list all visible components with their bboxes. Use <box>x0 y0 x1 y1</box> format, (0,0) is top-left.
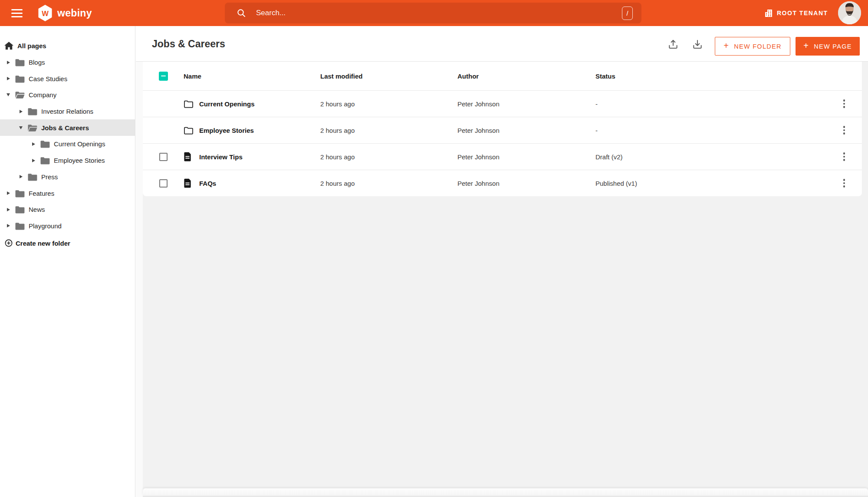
row-checkbox[interactable] <box>159 153 168 161</box>
search-icon <box>236 8 247 18</box>
sidebar-item-all-pages[interactable]: All pages <box>0 38 135 54</box>
chevron-down-icon[interactable] <box>5 93 11 96</box>
tenant-label: ROOT TENANT <box>777 10 828 16</box>
table-row[interactable]: Employee Stories 2 hours ago Peter Johns… <box>143 117 862 143</box>
chevron-right-icon[interactable] <box>18 175 24 178</box>
folder-icon <box>27 107 37 115</box>
sidebar-item-employee-stories[interactable]: Employee Stories <box>0 152 135 169</box>
chevron-right-icon[interactable] <box>5 77 11 80</box>
create-new-folder-label: Create new folder <box>16 240 70 247</box>
sidebar-item-company[interactable]: Company <box>0 87 135 103</box>
sidebar-item-features[interactable]: Features <box>0 185 135 201</box>
chevron-right-icon[interactable] <box>30 142 36 146</box>
sidebar-item-press[interactable]: Press <box>0 169 135 185</box>
row-last-modified: 2 hours ago <box>320 100 457 108</box>
column-header-author: Author <box>457 72 595 80</box>
row-checkbox[interactable] <box>159 179 168 188</box>
row-name[interactable]: Current Openings <box>199 100 320 108</box>
folder-icon <box>15 75 25 83</box>
user-avatar[interactable] <box>838 1 861 24</box>
main-content: Jobs & Careers + NEW FOLDER + NEW PAG <box>136 26 868 497</box>
circle-plus-icon <box>5 239 13 247</box>
chevron-right-icon[interactable] <box>5 224 11 227</box>
export-download-button[interactable] <box>692 39 703 50</box>
sidebar-item-news[interactable]: News <box>0 201 135 218</box>
sidebar-item-blogs[interactable]: Blogs <box>0 54 135 71</box>
row-actions-kebab-icon[interactable] <box>839 97 849 110</box>
new-folder-button[interactable]: + NEW FOLDER <box>715 37 790 56</box>
folder-icon <box>27 173 37 181</box>
row-status: Published (v1) <box>595 180 826 187</box>
sidebar-item-label: Jobs & Careers <box>41 124 89 132</box>
sidebar-item-label: Case Studies <box>29 75 67 82</box>
table-header-row: Name Last modified Author Status <box>143 62 862 90</box>
column-header-last-modified: Last modified <box>320 72 457 80</box>
folder-icon <box>15 58 25 66</box>
row-last-modified: 2 hours ago <box>320 180 457 187</box>
row-last-modified: 2 hours ago <box>320 153 457 161</box>
chevron-down-icon[interactable] <box>18 126 24 129</box>
row-author: Peter Johnson <box>457 153 595 161</box>
file-browser-area: Name Last modified Author Status Current… <box>143 62 868 496</box>
row-actions-kebab-icon[interactable] <box>839 150 849 163</box>
table-row[interactable]: Current Openings 2 hours ago Peter Johns… <box>143 90 862 117</box>
sidebar-item-jobs-careers[interactable]: Jobs & Careers <box>0 119 135 136</box>
browser-footer-bar <box>143 488 868 496</box>
table-row[interactable]: Interview Tips 2 hours ago Peter Johnson… <box>143 143 862 170</box>
row-name[interactable]: Employee Stories <box>199 127 320 134</box>
folder-icon <box>15 189 25 197</box>
create-new-folder-button[interactable]: Create new folder <box>0 235 135 251</box>
webiny-hexagon-icon: W <box>37 4 53 22</box>
row-name[interactable]: FAQs <box>199 180 320 187</box>
sidebar-item-label: Current Openings <box>54 140 105 148</box>
new-folder-button-label: NEW FOLDER <box>734 43 782 50</box>
sidebar-item-label: Employee Stories <box>54 157 105 164</box>
chevron-right-icon[interactable] <box>5 208 11 211</box>
row-status: Draft (v2) <box>595 153 826 161</box>
page-document-icon <box>184 178 199 188</box>
new-page-button-label: NEW PAGE <box>814 43 852 50</box>
column-header-name: Name <box>184 72 320 80</box>
folder-outline-icon <box>184 100 199 108</box>
brand-wordmark: webiny <box>57 7 92 19</box>
folder-tree-sidebar: All pages Blogs Case Studies <box>0 26 135 497</box>
row-author: Peter Johnson <box>457 100 595 108</box>
row-status: - <box>595 127 826 134</box>
row-author: Peter Johnson <box>457 127 595 134</box>
pages-table: Name Last modified Author Status Current… <box>143 62 862 196</box>
folder-icon <box>40 156 50 165</box>
chevron-right-icon[interactable] <box>5 61 11 64</box>
page-title: Jobs & Careers <box>152 26 225 62</box>
table-row[interactable]: FAQs 2 hours ago Peter Johnson Published… <box>143 170 862 196</box>
chevron-right-icon[interactable] <box>5 191 11 195</box>
webiny-logo[interactable]: W webiny <box>37 0 92 26</box>
sidebar-item-current-openings[interactable]: Current Openings <box>0 136 135 152</box>
sidebar-item-label: Blogs <box>29 59 45 66</box>
chevron-right-icon[interactable] <box>18 110 24 113</box>
search-input[interactable]: Search... <box>256 9 622 17</box>
folder-outline-icon <box>184 126 199 135</box>
tenant-selector[interactable]: ROOT TENANT <box>765 0 828 26</box>
webiny-admin-app: W webiny Search... / ROOT TENANT <box>0 0 868 497</box>
row-status: - <box>595 100 826 108</box>
page-document-icon <box>184 152 199 161</box>
folder-open-icon <box>15 91 25 99</box>
hamburger-menu-icon[interactable] <box>11 8 24 18</box>
chevron-right-icon[interactable] <box>30 159 36 162</box>
sidebar-item-investor-relations[interactable]: Investor Relations <box>0 103 135 120</box>
plus-icon: + <box>803 41 809 51</box>
import-upload-button[interactable] <box>667 39 679 50</box>
folder-icon <box>15 222 25 230</box>
search-bar[interactable]: Search... / <box>225 3 641 23</box>
row-actions-kebab-icon[interactable] <box>839 177 849 190</box>
sidebar-item-label: Press <box>41 173 58 181</box>
sidebar-item-playground[interactable]: Playground <box>0 218 135 234</box>
select-all-checkbox[interactable] <box>159 72 168 81</box>
sidebar-item-label: Features <box>29 190 54 197</box>
sidebar-item-case-studies[interactable]: Case Studies <box>0 70 135 87</box>
row-actions-kebab-icon[interactable] <box>839 124 849 137</box>
folder-open-icon <box>27 124 37 132</box>
row-name[interactable]: Interview Tips <box>199 153 320 161</box>
new-page-button[interactable]: + NEW PAGE <box>796 37 860 56</box>
sidebar-item-label: All pages <box>17 42 46 49</box>
